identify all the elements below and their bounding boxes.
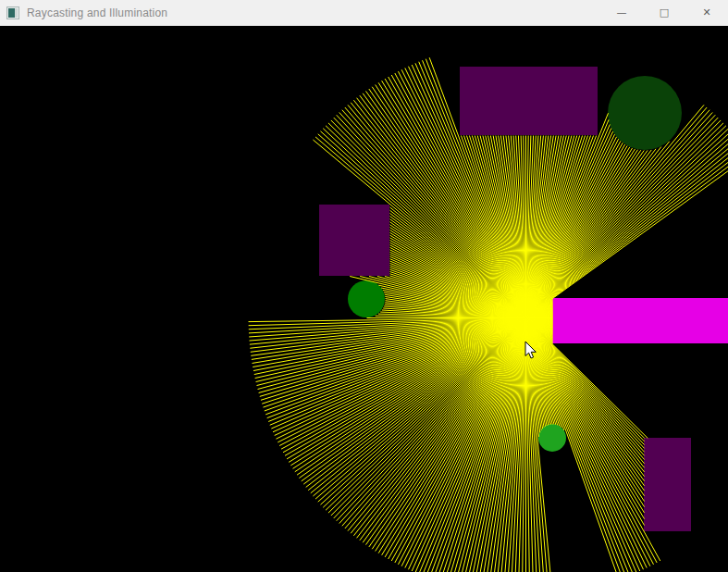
close-button[interactable]: ✕ — [685, 0, 728, 25]
maximize-button[interactable]: □ — [643, 0, 685, 25]
app-icon-right-pane — [15, 8, 18, 18]
window-controls: — □ ✕ — [600, 0, 728, 25]
app-content-area — [0, 26, 728, 572]
raycasting-canvas[interactable] — [0, 26, 728, 572]
minimize-button[interactable]: — — [600, 0, 643, 25]
window-title: Raycasting and Illumination — [27, 6, 167, 19]
app-icon-left-pane — [8, 8, 15, 18]
titlebar[interactable]: Raycasting and Illumination — □ ✕ — [0, 0, 728, 26]
app-icon[interactable] — [6, 6, 19, 19]
